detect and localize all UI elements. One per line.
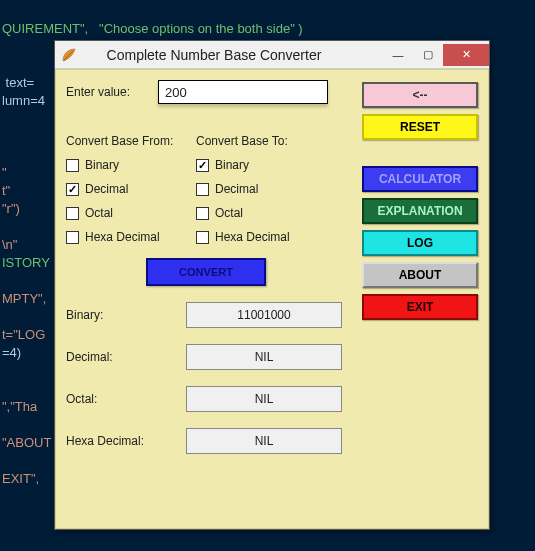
back-button[interactable]: <-- [362, 82, 478, 108]
left-pane: Enter value: Convert Base From: Convert … [66, 80, 362, 518]
app-window: Complete Number Base Converter — ▢ ✕ Ent… [54, 40, 490, 530]
exit-button[interactable]: EXIT [362, 294, 478, 320]
window-title: Complete Number Base Converter [85, 47, 383, 63]
log-button[interactable]: LOG [362, 230, 478, 256]
enter-value-label: Enter value: [66, 85, 130, 99]
to-hexa-label: Hexa Decimal [215, 230, 290, 244]
output-decimal-value: NIL [186, 344, 342, 370]
client-area: Enter value: Convert Base From: Convert … [55, 69, 489, 529]
to-hexa-checkbox[interactable] [196, 231, 209, 244]
from-binary-label: Binary [85, 158, 119, 172]
close-button[interactable]: ✕ [443, 44, 489, 66]
reset-button[interactable]: RESET [362, 114, 478, 140]
app-icon [61, 47, 77, 63]
from-decimal-checkbox[interactable] [66, 183, 79, 196]
from-hexa-label: Hexa Decimal [85, 230, 160, 244]
minimize-button[interactable]: — [383, 44, 413, 66]
calculator-button[interactable]: CALCULATOR [362, 166, 478, 192]
explanation-button[interactable]: EXPLANATION [362, 198, 478, 224]
convert-from-label: Convert Base From: [66, 134, 196, 148]
convert-to-label: Convert Base To: [196, 134, 288, 148]
output-hexa-value: NIL [186, 428, 342, 454]
output-hexa-label: Hexa Decimal: [66, 434, 186, 448]
to-binary-checkbox[interactable] [196, 159, 209, 172]
from-octal-checkbox[interactable] [66, 207, 79, 220]
to-decimal-checkbox[interactable] [196, 183, 209, 196]
right-pane: <-- RESET CALCULATOR EXPLANATION LOG ABO… [362, 80, 478, 518]
from-octal-label: Octal [85, 206, 113, 220]
to-octal-checkbox[interactable] [196, 207, 209, 220]
from-decimal-label: Decimal [85, 182, 128, 196]
output-binary-label: Binary: [66, 308, 186, 322]
output-octal-label: Octal: [66, 392, 186, 406]
from-binary-checkbox[interactable] [66, 159, 79, 172]
to-octal-label: Octal [215, 206, 243, 220]
from-hexa-checkbox[interactable] [66, 231, 79, 244]
about-button[interactable]: ABOUT [362, 262, 478, 288]
value-input[interactable] [158, 80, 328, 104]
to-decimal-label: Decimal [215, 182, 258, 196]
titlebar[interactable]: Complete Number Base Converter — ▢ ✕ [55, 41, 489, 69]
to-binary-label: Binary [215, 158, 249, 172]
maximize-button[interactable]: ▢ [413, 44, 443, 66]
output-decimal-label: Decimal: [66, 350, 186, 364]
output-octal-value: NIL [186, 386, 342, 412]
convert-button[interactable]: CONVERT [146, 258, 266, 286]
output-binary-value: 11001000 [186, 302, 342, 328]
